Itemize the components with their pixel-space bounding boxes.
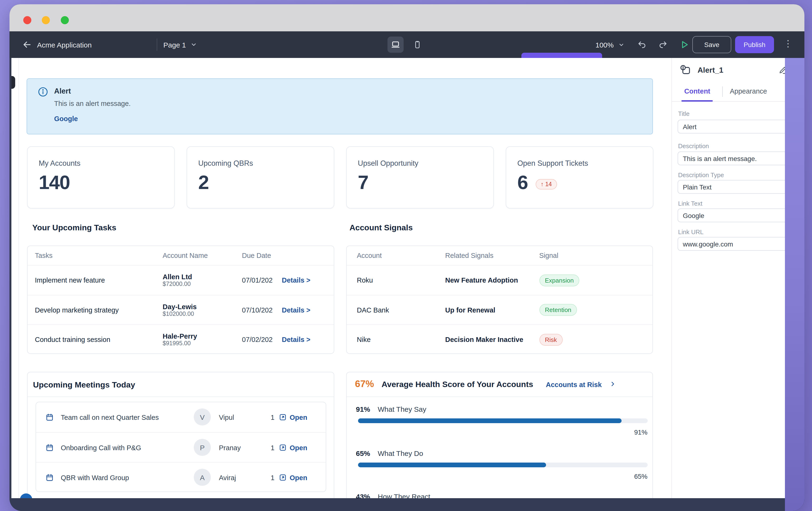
meetings-card[interactable]: Upcoming Meetings Today Team call on nex… xyxy=(27,372,334,498)
details-link[interactable]: Details > xyxy=(282,325,310,354)
close-window-button[interactable] xyxy=(23,16,31,24)
attendee-name: Pranay xyxy=(219,433,241,462)
related-signal-cell: New Feature Adoption xyxy=(445,265,518,295)
meeting-row[interactable]: QBR with Ward Group A Aviraj 1 Open xyxy=(36,462,326,492)
description-field-value: This is an alert message. xyxy=(683,154,757,162)
field-label-link-text: Link Text xyxy=(678,200,702,207)
avatar: P xyxy=(194,439,211,456)
metric-label: How They React xyxy=(378,492,430,498)
stat-card-upcoming-qbrs[interactable]: Upcoming QBRs 2 xyxy=(186,146,334,208)
active-tab-underline xyxy=(682,100,713,102)
save-button[interactable]: Save xyxy=(692,36,731,53)
left-panel-handle[interactable] xyxy=(11,76,15,89)
table-row[interactable]: Implement new feature Allen Ltd $72000.0… xyxy=(27,265,334,295)
metric-label: What They Do xyxy=(378,449,423,457)
account-amount: $91995.00 xyxy=(163,340,191,347)
external-link-icon xyxy=(279,413,287,421)
health-score-card[interactable]: 67% Average Health Score of Your Account… xyxy=(346,372,653,498)
signal-badge: Risk xyxy=(539,334,563,346)
meeting-title: Team call on next Quarter Sales xyxy=(61,402,159,432)
open-meeting-link[interactable]: Open xyxy=(290,402,307,432)
stat-value: 2 xyxy=(198,171,209,194)
table-row[interactable]: DAC Bank Up for Renewal Retention xyxy=(346,295,652,325)
column-header: Related Signals xyxy=(445,246,493,265)
mobile-view-toggle[interactable] xyxy=(409,36,426,53)
desktop-view-toggle[interactable] xyxy=(387,36,404,53)
stat-label: Upsell Opportunity xyxy=(358,159,418,168)
maximize-window-button[interactable] xyxy=(61,16,69,24)
back-arrow-icon[interactable] xyxy=(22,39,32,50)
health-score-title: Average Health Score of Your Accounts xyxy=(381,380,533,390)
chevron-down-icon xyxy=(618,41,625,48)
canvas-page-guide xyxy=(19,58,19,498)
title-field-value: Alert xyxy=(683,123,697,130)
open-meeting-link[interactable]: Open xyxy=(290,462,307,492)
meeting-row[interactable]: Team call on next Quarter Sales V Vipul … xyxy=(36,402,326,432)
field-label-title: Title xyxy=(678,110,690,117)
meeting-count: 1 xyxy=(271,433,274,462)
page-selector[interactable]: Page 1 xyxy=(163,31,197,58)
account-amount: $102000.00 xyxy=(163,311,194,317)
link-url-field-value: www.google.com xyxy=(683,240,733,248)
details-link[interactable]: Details > xyxy=(282,265,310,295)
publish-button[interactable]: Publish xyxy=(735,36,774,53)
properties-panel: Alert_1 Content Appearance Title Alert D… xyxy=(671,58,804,498)
laptop-icon xyxy=(391,40,400,49)
metric-pct: 43% xyxy=(356,492,370,498)
stat-card-my-accounts[interactable]: My Accounts 140 xyxy=(27,146,175,208)
alert-link[interactable]: Google xyxy=(54,115,78,122)
app-canvas[interactable]: Alert This is an alert message. Google M… xyxy=(11,58,671,498)
accounts-at-risk-link[interactable]: Accounts at Risk xyxy=(546,381,602,389)
signals-section-title: Account Signals xyxy=(349,223,413,233)
stat-card-open-support-tickets[interactable]: Open Support Tickets 6 ↑ 14 xyxy=(505,146,653,208)
table-row[interactable]: Roku New Feature Adoption Expansion xyxy=(346,265,652,295)
progress-track xyxy=(358,418,647,423)
accounts-at-risk-label: Accounts at Risk xyxy=(546,381,602,389)
meetings-section-title: Upcoming Meetings Today xyxy=(33,380,135,390)
description-type-value: Plain Text xyxy=(683,183,712,191)
phone-icon xyxy=(413,40,422,49)
open-meeting-link[interactable]: Open xyxy=(290,433,307,462)
chevron-down-icon xyxy=(190,41,197,48)
stat-card-upsell-opportunity[interactable]: Upsell Opportunity 7 xyxy=(346,146,494,208)
redo-icon[interactable] xyxy=(658,40,668,49)
editor-toolbar: Acme Application Page 1 100% xyxy=(9,31,804,58)
column-header: Signal xyxy=(539,246,558,265)
stat-value: 6 xyxy=(517,171,528,194)
tab-appearance[interactable]: Appearance xyxy=(730,87,767,95)
app-title: Acme Application xyxy=(37,31,92,58)
title-field[interactable]: Alert xyxy=(677,120,801,134)
metric-pct-right: 91% xyxy=(358,428,647,436)
link-url-field[interactable]: www.google.com xyxy=(677,237,801,251)
kebab-menu-icon[interactable]: ⋮ xyxy=(784,38,792,49)
minimize-window-button[interactable] xyxy=(42,16,50,24)
due-date-cell: 07/02/202 xyxy=(242,325,272,354)
signal-badge: Expansion xyxy=(539,275,579,286)
toolbar-divider xyxy=(157,38,157,51)
table-row[interactable]: Develop marketing strategy Day-Lewis $10… xyxy=(27,295,334,325)
table-row[interactable]: Conduct training session Hale-Perry $919… xyxy=(27,324,334,354)
table-row[interactable]: Nike Decision Maker Inactive Risk xyxy=(346,324,652,354)
preview-play-icon[interactable] xyxy=(679,39,690,50)
undo-icon[interactable] xyxy=(637,40,647,49)
stat-label: My Accounts xyxy=(39,159,81,168)
editor-body: Alert This is an alert message. Google M… xyxy=(11,58,804,498)
signal-account-cell: Nike xyxy=(357,325,371,354)
right-purple-edge xyxy=(785,58,804,511)
divider xyxy=(27,397,334,397)
tasks-table[interactable]: Tasks Account Name Due Date Implement ne… xyxy=(27,246,334,354)
tab-content[interactable]: Content xyxy=(684,87,710,95)
avatar: V xyxy=(194,408,211,426)
description-field[interactable]: This is an alert message. xyxy=(677,151,801,165)
alert-widget-icon xyxy=(679,64,692,77)
metric-pct: 91% xyxy=(356,405,370,413)
description-type-select[interactable]: Plain Text xyxy=(677,180,801,194)
meeting-row[interactable]: Onboarding Call with P&G P Pranay 1 Open xyxy=(36,432,326,462)
widget-name: Alert_1 xyxy=(698,66,723,75)
details-link[interactable]: Details > xyxy=(282,295,310,325)
alert-widget[interactable]: Alert This is an alert message. Google xyxy=(27,78,653,134)
signals-table[interactable]: Account Related Signals Signal Roku New … xyxy=(346,246,653,354)
link-text-field[interactable]: Google xyxy=(677,208,801,222)
calendar-icon xyxy=(46,444,54,452)
page-selector-label: Page 1 xyxy=(163,40,186,49)
